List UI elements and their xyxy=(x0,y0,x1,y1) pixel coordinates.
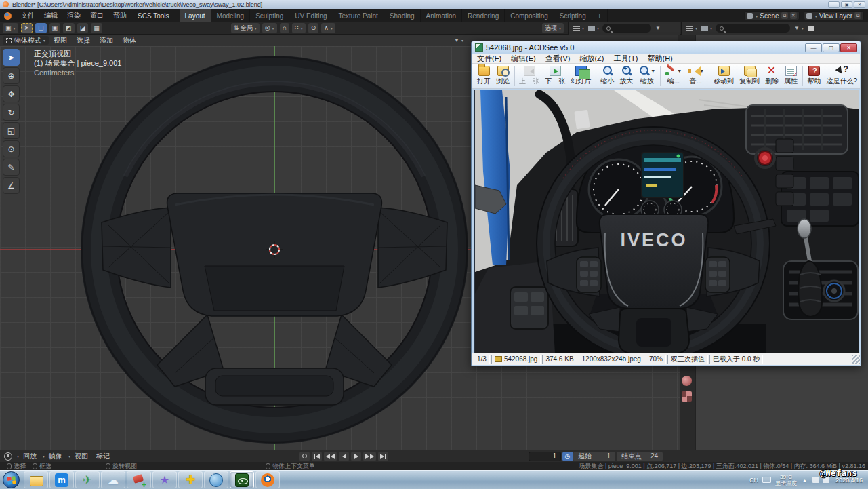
viewport-menu-view[interactable]: 视图 xyxy=(49,36,72,45)
gizmos-dropdown-icon[interactable]: ▼ xyxy=(454,37,459,43)
viewport-menu-object[interactable]: 物体 xyxy=(118,36,141,45)
menu-window[interactable]: 窗口 xyxy=(85,9,108,22)
acdsee-window[interactable]: 542068.jpg - ACDSee v5.0 — ▢ ✕ 文件(F) 编辑(… xyxy=(471,41,861,366)
browse-button[interactable]: 浏览 xyxy=(493,64,512,87)
use-preview-range-icon[interactable]: ◷ xyxy=(562,452,573,461)
next-keyframe-icon[interactable] xyxy=(363,452,376,461)
play-reverse-icon[interactable] xyxy=(339,452,349,461)
menu-file[interactable]: 文件 xyxy=(16,9,39,22)
outliner-display-icon[interactable] xyxy=(573,26,580,31)
texture-properties-tab-icon[interactable] xyxy=(682,391,692,402)
viewport-menu-add[interactable]: 添加 xyxy=(95,36,118,45)
snap-to-dropdown[interactable]: ∷▾ xyxy=(292,23,306,33)
next-button[interactable]: 下一张 xyxy=(542,64,568,87)
new-collection-icon[interactable] xyxy=(808,26,814,31)
gpu-temp-widget[interactable]: 39°C显卡温度 xyxy=(775,474,797,486)
start-button[interactable] xyxy=(3,471,20,488)
whats-this-button[interactable]: 这是什么? xyxy=(823,64,860,87)
proportional-editing-icon[interactable]: ⊙ xyxy=(308,23,319,33)
help-button[interactable]: 帮助 xyxy=(804,64,823,87)
resize-grip[interactable] xyxy=(852,355,860,364)
restore-icon[interactable]: ▣ xyxy=(841,1,852,8)
timeline-menu-keying[interactable]: 帧像 xyxy=(45,452,66,461)
rotate-tool-icon[interactable]: ↻ xyxy=(3,104,20,121)
select-mode-extend-icon[interactable]: ▣ xyxy=(49,23,61,33)
blender-logo-icon[interactable] xyxy=(4,12,12,20)
move-to-button[interactable]: 移动到 xyxy=(711,64,737,87)
scene-selector[interactable]: ▾ Scene ⧉ ✕ xyxy=(744,11,799,20)
show-hidden-icons-icon[interactable]: ▲ xyxy=(802,477,807,482)
zoom-out-button[interactable]: -缩小 xyxy=(598,64,617,87)
select-mode-new-icon[interactable]: ▢ xyxy=(35,23,47,33)
scale-tool-icon[interactable]: ◱ xyxy=(3,122,20,139)
menu-scs-tools[interactable]: SCS Tools xyxy=(131,12,175,20)
acdsee-titlebar[interactable]: 542068.jpg - ACDSee v5.0 — ▢ ✕ xyxy=(472,41,861,54)
menu-help[interactable]: 帮助(H) xyxy=(642,54,677,64)
outliner2-filter-type-icon[interactable] xyxy=(701,26,708,31)
timeline-editor-icon[interactable] xyxy=(4,452,12,461)
minimize-icon[interactable]: — xyxy=(828,1,840,8)
menu-file[interactable]: 文件(F) xyxy=(472,54,506,64)
blender-os-titlebar[interactable]: Blender* [C:\Users\Administrator\Desktop… xyxy=(0,0,868,9)
tab-layout[interactable]: Layout xyxy=(180,9,211,22)
taskbar-maxthon-button[interactable]: m xyxy=(49,471,74,488)
timeline-menu-marker[interactable]: 标记 xyxy=(92,452,114,461)
prev-keyframe-icon[interactable] xyxy=(324,452,337,461)
tab-sculpting[interactable]: Sculpting xyxy=(250,9,289,22)
menu-view[interactable]: 查看(V) xyxy=(541,54,575,64)
outliner-filter-type-icon[interactable] xyxy=(588,26,595,31)
filter-icon[interactable]: ▼ xyxy=(655,25,661,31)
active-tool-select-box-icon[interactable]: ➤ xyxy=(21,23,33,33)
previous-button[interactable]: 上一张 xyxy=(516,64,542,87)
taskbar-eraser-tool-button[interactable] xyxy=(127,471,151,488)
select-box-tool-icon[interactable]: ➤ xyxy=(3,49,20,66)
slideshow-button[interactable]: 幻灯片 xyxy=(568,64,594,87)
cursor-tool-icon[interactable]: ⊕ xyxy=(3,67,20,84)
tab-rendering[interactable]: Rendering xyxy=(462,9,505,22)
outliner2-display-icon[interactable] xyxy=(686,26,693,31)
falloff-dropdown[interactable]: ∧▾ xyxy=(321,23,335,33)
transform-orientation-dropdown[interactable]: ⇅ 全局▾ xyxy=(231,23,260,33)
outliner2-search-input[interactable] xyxy=(716,24,790,33)
zoom-button[interactable]: ▼缩放 xyxy=(636,64,658,87)
menu-edit[interactable]: 编辑(E) xyxy=(506,54,541,64)
tab-add-workspace[interactable]: + xyxy=(592,9,608,22)
tab-shading[interactable]: Shading xyxy=(384,9,421,22)
outliner-search-input[interactable] xyxy=(602,24,651,33)
close-icon[interactable]: ✕ xyxy=(854,1,865,8)
measure-tool-icon[interactable]: ∠ xyxy=(3,177,20,194)
taskbar-ruler-tool-button[interactable]: ✚ xyxy=(178,471,203,488)
timeline-menu-playback[interactable]: 回放 xyxy=(19,452,41,461)
mode-dropdown[interactable]: 物体模式▾ xyxy=(3,36,49,45)
minimize-icon[interactable]: — xyxy=(805,43,822,52)
taskbar-face-app-button[interactable] xyxy=(204,471,228,488)
menu-render[interactable]: 渲染 xyxy=(62,9,85,22)
tab-uv-editing[interactable]: UV Editing xyxy=(289,9,333,22)
select-mode-subtract-icon[interactable]: ◩ xyxy=(63,23,75,33)
taskbar-acdsee-button[interactable] xyxy=(230,471,254,488)
tab-animation[interactable]: Animation xyxy=(421,9,462,22)
tool-dropdown-icon[interactable]: ▣▾ xyxy=(3,23,18,33)
snap-toggle-icon[interactable]: ∩ xyxy=(280,23,289,33)
menu-tools[interactable]: 工具(T) xyxy=(608,54,642,64)
tab-texture-paint[interactable]: Texture Paint xyxy=(333,9,384,22)
open-button[interactable]: 打开 xyxy=(474,64,493,87)
pivot-point-dropdown[interactable]: ◎▾ xyxy=(262,23,277,33)
audio-button[interactable]: ▼音... xyxy=(684,64,707,87)
taskbar-explorer-button[interactable] xyxy=(24,471,48,488)
viewport-menu-select[interactable]: 选择 xyxy=(72,36,95,45)
view-layer-selector[interactable]: ▾ View Layer ⧉ xyxy=(804,11,864,20)
options-button[interactable]: 选项▾ xyxy=(542,23,564,33)
edit-button[interactable]: ▼编... xyxy=(662,64,684,87)
menu-zoom[interactable]: 缩放(Z) xyxy=(575,54,608,64)
maximize-icon[interactable]: ▢ xyxy=(823,43,840,52)
taskbar-plane-app-button[interactable]: ✈ xyxy=(75,471,100,488)
taskbar-star-app-button[interactable]: ★ xyxy=(152,471,177,488)
taskbar-cloud-app-button[interactable]: ☁ xyxy=(101,471,125,488)
network-icon[interactable] xyxy=(812,477,819,483)
zoom-in-button[interactable]: +放大 xyxy=(617,64,636,87)
annotate-tool-icon[interactable]: ✎ xyxy=(3,159,20,176)
properties-button[interactable]: 属性 xyxy=(781,64,800,87)
frame-end-field[interactable]: 结束点24 xyxy=(617,452,663,461)
jump-to-end-icon[interactable] xyxy=(378,452,388,461)
